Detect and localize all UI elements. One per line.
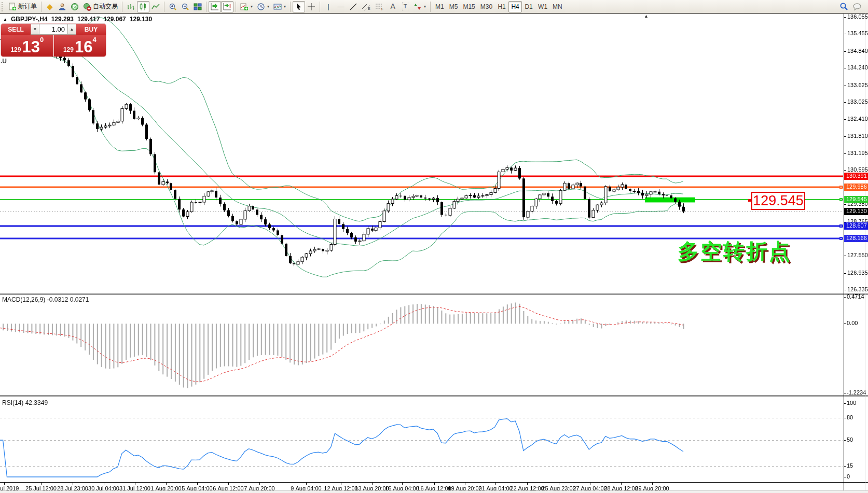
buy-button[interactable]: BUY bbox=[76, 24, 106, 35]
buy-price-prefix: 129 bbox=[63, 45, 74, 55]
signals-icon bbox=[58, 3, 66, 11]
vertical-line-button[interactable]: | bbox=[322, 1, 335, 12]
market-icon: ◆ bbox=[47, 3, 53, 10]
equidistant-channel-icon: E bbox=[362, 3, 371, 11]
zoom-in-button[interactable] bbox=[167, 1, 179, 12]
tab-timeframe-mn[interactable]: MN bbox=[550, 1, 565, 12]
signals-button[interactable] bbox=[56, 1, 68, 12]
new-order-label: 新订单 bbox=[18, 2, 37, 11]
chart-shift-button[interactable] bbox=[221, 1, 233, 12]
periods-button[interactable]: ▾ bbox=[255, 1, 271, 12]
channel-button[interactable]: E bbox=[360, 1, 373, 12]
tab-timeframe-m5[interactable]: M5 bbox=[447, 1, 461, 12]
symbol-info-bar: ▲ GBPJPY-,H4 129.293 129.417 129.067 129… bbox=[3, 16, 152, 23]
tab-timeframe-w1[interactable]: W1 bbox=[535, 1, 550, 12]
annotation-anchor-handle[interactable] bbox=[748, 199, 751, 202]
sell-price-pip: 0 bbox=[40, 36, 44, 44]
cursor-button[interactable] bbox=[293, 1, 305, 12]
fibonacci-button[interactable]: F bbox=[373, 1, 387, 12]
chevron-down-icon: ▾ bbox=[267, 4, 269, 9]
svg-text:F: F bbox=[381, 7, 383, 11]
tile-windows-icon bbox=[194, 3, 202, 11]
macd-value-signal: 0.0271 bbox=[70, 296, 89, 303]
timeframe-toolbar: M1M5M15M30H1H4D1W1MN bbox=[433, 1, 565, 12]
new-order-button[interactable]: 新订单 bbox=[6, 1, 39, 12]
text-label-icon: T bbox=[402, 3, 409, 10]
bar-chart-button[interactable] bbox=[125, 1, 137, 12]
rsi-value: 42.3349 bbox=[25, 399, 48, 406]
svg-text:E: E bbox=[368, 7, 370, 10]
tile-windows-button[interactable] bbox=[191, 1, 204, 12]
tab-timeframe-h4[interactable]: H4 bbox=[508, 1, 522, 12]
tab-timeframe-h1[interactable]: H1 bbox=[495, 1, 508, 12]
chat-button[interactable] bbox=[850, 1, 864, 12]
toolbar: 新订单 ◆ 自动交易 bbox=[0, 0, 868, 13]
autotrading-label: 自动交易 bbox=[93, 2, 118, 11]
autotrading-button[interactable]: 自动交易 bbox=[81, 1, 120, 12]
trendline-button[interactable] bbox=[347, 1, 360, 12]
chart-shift-marker-icon[interactable]: ▲ bbox=[644, 13, 649, 19]
one-click-trading-panel: SELL ▼ ▲ BUY 129 13 0 129 16 4 bbox=[1, 24, 106, 57]
tab-timeframe-m1[interactable]: M1 bbox=[433, 1, 447, 12]
volume-decrease-button[interactable]: ▼ bbox=[31, 24, 39, 35]
trendline-icon bbox=[349, 3, 357, 11]
chat-bubble-icon bbox=[852, 3, 862, 11]
candlestick-chart-button[interactable] bbox=[137, 1, 149, 12]
buy-price-display[interactable]: 129 16 4 bbox=[54, 35, 106, 57]
ohlc-low: 129.067 bbox=[103, 16, 126, 23]
market-button[interactable]: ◆ bbox=[44, 1, 56, 12]
zoom-out-button[interactable] bbox=[179, 1, 191, 12]
chevron-down-icon: ▾ bbox=[251, 4, 253, 9]
mt4-window: { "toolbar": { "new_order_label": "新订单",… bbox=[0, 0, 868, 493]
macd-indicator-label: MACD(12,26,9) -0.0312 0.0271 bbox=[2, 296, 89, 303]
candlestick-chart-icon bbox=[139, 3, 147, 11]
zoom-in-icon bbox=[169, 3, 177, 11]
chart-shift-icon bbox=[223, 3, 231, 11]
templates-button[interactable]: ▾ bbox=[271, 1, 288, 12]
tab-timeframe-m15[interactable]: M15 bbox=[460, 1, 477, 12]
cursor-icon bbox=[295, 3, 302, 10]
toolbar-drag-handle[interactable] bbox=[2, 2, 5, 11]
search-icon bbox=[839, 2, 848, 11]
tab-timeframe-d1[interactable]: D1 bbox=[522, 1, 535, 12]
chevron-down-icon: ▼ bbox=[33, 27, 37, 32]
crosshair-icon bbox=[307, 3, 315, 11]
arrows-button[interactable]: ▾ bbox=[411, 1, 428, 12]
line-chart-button[interactable] bbox=[149, 1, 162, 12]
horizontal-line-button[interactable]: — bbox=[335, 1, 347, 12]
text-label-button[interactable]: T bbox=[399, 1, 411, 12]
sell-price-prefix: 129 bbox=[10, 45, 21, 55]
turning-point-annotation[interactable]: 多空转折点 bbox=[678, 237, 792, 266]
news-button[interactable] bbox=[68, 1, 81, 12]
line-chart-icon bbox=[151, 3, 160, 11]
ohlc-close: 129.130 bbox=[130, 16, 152, 23]
ohlc-open: 129.293 bbox=[51, 16, 74, 23]
periods-clock-icon bbox=[257, 3, 265, 11]
chevron-up-icon: ▲ bbox=[70, 27, 74, 32]
indicators-button[interactable]: ▾ bbox=[238, 1, 255, 12]
buy-price-pip: 4 bbox=[92, 36, 96, 44]
text-button[interactable]: A bbox=[387, 1, 399, 12]
new-order-icon bbox=[8, 3, 17, 11]
zoom-out-icon bbox=[181, 3, 189, 11]
sell-price-display[interactable]: 129 13 0 bbox=[1, 35, 53, 57]
bar-chart-icon bbox=[127, 3, 135, 11]
arrows-icon bbox=[414, 3, 422, 11]
vertical-line-icon: | bbox=[327, 3, 329, 10]
volume-increase-button[interactable]: ▲ bbox=[67, 24, 76, 35]
horizontal-line-icon: — bbox=[338, 3, 345, 10]
ohlc-high: 129.417 bbox=[77, 16, 100, 23]
rsi-indicator-label: RSI(14) 42.3349 bbox=[2, 399, 48, 406]
sell-button[interactable]: SELL bbox=[1, 24, 31, 35]
indicators-icon bbox=[240, 3, 249, 11]
expand-triangle-icon[interactable]: ▲ bbox=[3, 17, 7, 22]
text-icon: A bbox=[390, 3, 395, 10]
sell-price-big: 13 bbox=[22, 39, 39, 55]
crosshair-button[interactable] bbox=[305, 1, 318, 12]
templates-icon bbox=[273, 3, 282, 11]
auto-scroll-button[interactable] bbox=[209, 1, 221, 12]
price-level-text-box[interactable]: 129.545 bbox=[751, 192, 805, 210]
tab-timeframe-m30[interactable]: M30 bbox=[478, 1, 495, 12]
search-button[interactable] bbox=[837, 1, 850, 12]
volume-input[interactable] bbox=[39, 24, 67, 35]
